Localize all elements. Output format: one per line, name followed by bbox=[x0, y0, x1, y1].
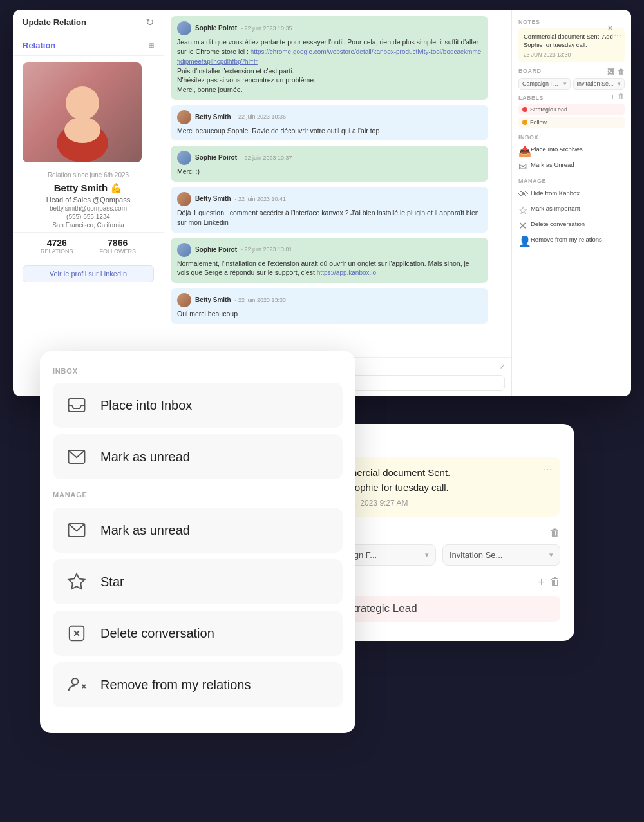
relation-tab-icon: ⊞ bbox=[148, 41, 154, 50]
manage-divider: MANAGE bbox=[53, 491, 343, 499]
mark-as-unread-action[interactable]: ✉ Mark as Unread bbox=[518, 158, 625, 171]
profile-image-container bbox=[13, 56, 164, 169]
follow-label[interactable]: Follow bbox=[518, 117, 625, 128]
labels-trash-icon[interactable]: 🗑 bbox=[618, 92, 625, 102]
svg-point-2 bbox=[64, 117, 100, 143]
labels-trash-icon-large[interactable]: 🗑 bbox=[550, 576, 560, 589]
star-label: Star bbox=[100, 575, 124, 589]
contact-title: Head of Sales @Qompass bbox=[13, 195, 164, 204]
board-selects-row: Campaign F... ▾ Invitation Se... ▾ bbox=[518, 78, 625, 90]
delete-conversation-button[interactable]: Delete conversation bbox=[53, 611, 343, 656]
star-button[interactable]: Star bbox=[53, 559, 343, 604]
mark-as-unread-button[interactable]: Mark as unread bbox=[53, 434, 343, 479]
follow-dot bbox=[522, 120, 527, 125]
followers-stat: 7866 FOLLOWERS bbox=[99, 238, 136, 254]
chat-panel: Sophie Poirot - 22 juin 2023 10:35 Jean … bbox=[164, 10, 512, 396]
unread-icon: ✉ bbox=[518, 160, 527, 169]
board-select-large-2[interactable]: Invitation Se... ▾ bbox=[442, 544, 560, 566]
manage-mark-unread-button[interactable]: Mark as unread bbox=[53, 508, 343, 553]
mark-unread-label: Mark as unread bbox=[100, 450, 190, 464]
manage-mark-unread-label: Mark as unread bbox=[100, 523, 190, 538]
remove-relations-icon bbox=[64, 673, 89, 697]
message-3: Sophie Poirot - 22 juin 2023 10:37 Merci… bbox=[171, 146, 488, 182]
manage-panel-section-label: MANAGE bbox=[53, 491, 343, 499]
delete-conversation-icon bbox=[64, 621, 89, 645]
place-into-archives-action[interactable]: 📥 Place Into Archives bbox=[518, 143, 625, 156]
inbox-panel-section-label: INBOX bbox=[53, 367, 343, 375]
avatar-sophie-3 bbox=[177, 243, 191, 257]
relation-since: Relation since june 6th 2023 bbox=[13, 169, 164, 181]
note-menu-large-icon[interactable]: ⋯ bbox=[542, 463, 553, 475]
labels-plus-icon-large[interactable]: + bbox=[538, 576, 545, 589]
board-photo-icon[interactable]: 🖼 bbox=[607, 68, 615, 75]
board-section-label: BOARD 🖼 🗑 bbox=[518, 68, 625, 75]
board-trash-icon-large[interactable]: 🗑 bbox=[550, 527, 560, 538]
relations-stat: 4726 RELATIONS bbox=[41, 238, 73, 254]
board-select-1[interactable]: Campaign F... ▾ bbox=[518, 78, 571, 90]
chevron-down-icon-2: ▾ bbox=[618, 81, 621, 87]
relation-tab[interactable]: Relation ⊞ bbox=[13, 35, 164, 56]
remove-from-relations-label: Remove from my relations bbox=[100, 678, 251, 693]
crm-window: Update Relation ↻ Relation ⊞ Relation si… bbox=[13, 10, 631, 396]
mark-important-action[interactable]: ☆ Mark as Important bbox=[518, 202, 625, 215]
contact-email: betty.smith@qompass.com bbox=[13, 204, 164, 213]
strategic-lead-dot bbox=[522, 107, 527, 112]
inbox-icon bbox=[64, 393, 89, 417]
note-text-large: Commercial document Sent. Add Sophie for… bbox=[328, 466, 550, 495]
contact-phone: (555) 555 1234 bbox=[13, 213, 164, 221]
svg-point-10 bbox=[72, 678, 79, 685]
expand-icon[interactable]: ⤢ bbox=[499, 363, 505, 371]
chevron-down-icon-large-1: ▾ bbox=[425, 551, 429, 559]
avatar-betty-2 bbox=[177, 192, 191, 206]
chevron-down-icon-1: ▾ bbox=[564, 81, 567, 87]
relations-label: RELATIONS bbox=[41, 248, 73, 254]
star-icon-large bbox=[64, 569, 89, 594]
svg-point-0 bbox=[66, 86, 99, 120]
note-date: 23 JUN 2023 13:30 bbox=[524, 52, 620, 58]
chat-messages: Sophie Poirot - 22 juin 2023 10:35 Jean … bbox=[164, 10, 511, 357]
note-date-large: June 23, 2023 9:27 AM bbox=[328, 499, 550, 508]
contact-name: Betty Smith 💪 bbox=[13, 181, 164, 195]
star-icon: ☆ bbox=[518, 204, 527, 213]
note-text: Commercial document Sent. Add Sophie for… bbox=[524, 32, 620, 50]
refresh-icon[interactable]: ↻ bbox=[146, 16, 154, 28]
window-header: Update Relation ↻ bbox=[13, 10, 164, 35]
delete-conversation-label: Delete conversation bbox=[100, 626, 214, 641]
delete-conversation-action[interactable]: ✕ Delete conversation bbox=[518, 218, 625, 231]
message-6: Betty Smith - 22 juin 2023 13:33 Oui mer… bbox=[171, 288, 488, 324]
inbox-panel: INBOX Place into Inbox Mark as unread MA… bbox=[40, 351, 355, 733]
message-2: Betty Smith - 22 juin 2023 10:36 Merci b… bbox=[171, 105, 488, 141]
profile-image bbox=[23, 62, 142, 162]
manage-unread-icon bbox=[64, 518, 89, 542]
inbox-section-label: INBOX bbox=[518, 134, 625, 140]
followers-count: 7866 bbox=[99, 238, 136, 248]
close-button[interactable]: × bbox=[607, 23, 613, 34]
manage-section-label: MANAGE bbox=[518, 178, 625, 184]
hide-from-kanbox-action[interactable]: 👁 Hide from Kanbox bbox=[518, 187, 625, 200]
avatar-sophie-2 bbox=[177, 151, 191, 165]
remove-from-relations-button[interactable]: Remove from my relations bbox=[53, 662, 343, 707]
remove-from-relations-action[interactable]: 👤 Remove from my relations bbox=[518, 233, 625, 246]
strategic-lead-text-large: Strategic Lead bbox=[346, 602, 417, 615]
left-panel: Update Relation ↻ Relation ⊞ Relation si… bbox=[13, 10, 164, 396]
hide-icon: 👁 bbox=[518, 189, 527, 198]
board-select-2[interactable]: Invitation Se... ▾ bbox=[573, 78, 625, 90]
labels-header: LABELS + 🗑 bbox=[518, 92, 625, 102]
unread-envelope-icon bbox=[64, 444, 89, 469]
labels-icons-row: + 🗑 bbox=[538, 576, 560, 589]
message-5: Sophie Poirot - 22 juin 2023 13:01 Norma… bbox=[171, 238, 488, 283]
stats-row: 4726 RELATIONS 7866 FOLLOWERS bbox=[13, 232, 164, 260]
labels-plus-icon[interactable]: + bbox=[610, 92, 615, 102]
relations-count: 4726 bbox=[41, 238, 73, 248]
message-4: Betty Smith - 22 juin 2023 10:41 Déjà 1 … bbox=[171, 187, 488, 232]
board-trash-icon[interactable]: 🗑 bbox=[618, 68, 625, 75]
place-into-inbox-button[interactable]: Place into Inbox bbox=[53, 383, 343, 428]
avatar-betty-3 bbox=[177, 293, 191, 307]
avatar-sophie-1 bbox=[177, 21, 191, 35]
linkedin-button[interactable]: Voir le profil sur LinkedIn bbox=[23, 265, 154, 282]
contact-location: San Francisco, California bbox=[13, 221, 164, 229]
note-menu-icon[interactable]: ⋯ bbox=[614, 31, 621, 40]
avatar-betty-1 bbox=[177, 110, 191, 124]
relation-tab-label: Relation bbox=[23, 41, 55, 50]
strategic-lead-label[interactable]: Strategic Lead bbox=[518, 104, 625, 115]
